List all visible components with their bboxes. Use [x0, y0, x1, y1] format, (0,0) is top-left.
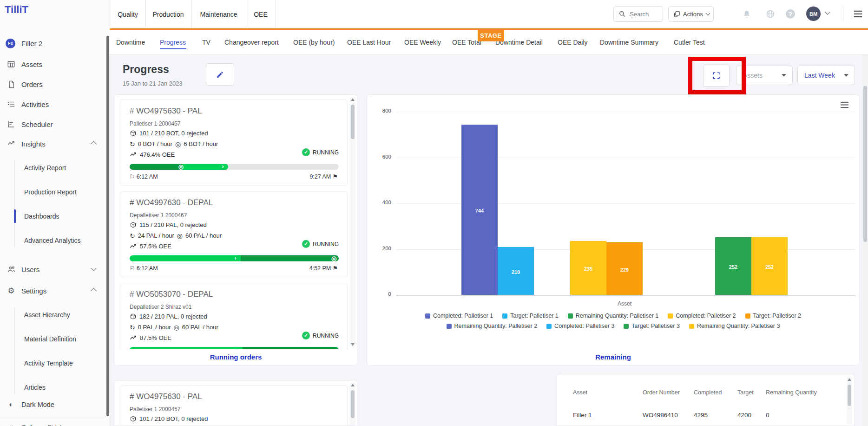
sidebar-item-users[interactable]: Users [0, 260, 107, 279]
tab-cutler-test[interactable]: Cutler Test [674, 39, 705, 46]
legend-swatch [546, 324, 552, 329]
bar-slot: 0 [643, 112, 679, 295]
sidebar-item-activity-template[interactable]: Activity Template [0, 354, 107, 373]
order-quantity: 101 / 210 BOT, 0 rejected [139, 415, 208, 422]
legend-item[interactable]: Target: Palletiser 1 [502, 313, 559, 319]
bar-value-label: 0 [643, 288, 679, 293]
scrollbar-thumb[interactable] [848, 385, 851, 406]
bar-slot: 229 [606, 112, 643, 295]
help-icon[interactable]: ? [786, 9, 795, 19]
sidebar-scrollbar[interactable] [106, 36, 109, 416]
chart-menu-icon[interactable] [840, 101, 849, 110]
status-label: RUNNING [313, 149, 339, 156]
edit-dashboard-button[interactable] [206, 63, 234, 86]
legend-item[interactable]: Completed: Palletiser 2 [668, 313, 736, 319]
legend-item[interactable]: Remaining Quantity: Palletiser 1 [568, 313, 659, 319]
order-card[interactable]: # WO4975630 - PAL Palletiser 1 2000457 1… [120, 100, 348, 186]
legend-item[interactable]: Completed: Palletiser 3 [546, 323, 614, 329]
sidebar-item-assets[interactable]: Assets [0, 55, 107, 73]
sidebar-item-orders[interactable]: Orders [0, 75, 107, 93]
scroll-up-arrow-icon[interactable] [351, 384, 355, 386]
chevron-down-icon [91, 265, 97, 271]
date-range-label: 15 Jan to 21 Jan 2023 [123, 80, 183, 87]
legend-item[interactable]: Remaining Quantity: Palletiser 3 [689, 323, 780, 329]
order-asset: Depalletiser 1 2000467 [130, 212, 187, 219]
tab-downtime-summary[interactable]: Downtime Summary [600, 39, 658, 46]
sidebar-item-advanced-analytics[interactable]: Advanced Analytics [0, 231, 107, 250]
page-scrollbar[interactable] [862, 55, 868, 426]
scheduler-icon [6, 119, 16, 129]
pencil-icon [216, 71, 224, 79]
bar-slot: 210 [498, 112, 534, 295]
orders-icon [6, 79, 16, 89]
language-globe-icon[interactable] [766, 9, 775, 20]
sidebar-item-activity-report[interactable]: Activity Report [0, 159, 107, 177]
table-scrollbar[interactable] [847, 376, 852, 425]
sidebar-item-insights[interactable]: Insights [0, 134, 107, 153]
tab-oee-total[interactable]: OEE Total [452, 39, 481, 46]
package-icon [130, 415, 137, 422]
tab-oee-weekly[interactable]: OEE Weekly [404, 39, 441, 46]
app-list-icon[interactable] [853, 10, 863, 20]
sidebar-item-scheduler[interactable]: Scheduler [0, 115, 107, 133]
sidebar-item-asset-hierarchy[interactable]: Asset Hierarchy [0, 306, 107, 324]
chevron-up-icon [91, 288, 97, 294]
scroll-up-arrow-icon[interactable] [351, 98, 355, 101]
legend-item[interactable]: Remaining Quantity: Palletiser 2 [447, 323, 538, 329]
legend-label: Remaining Quantity: Palletiser 2 [454, 323, 538, 329]
top-tab-maintenance[interactable]: Maintenance [191, 0, 246, 28]
top-tab-oee[interactable]: OEE [246, 0, 276, 28]
user-menu-chevron-icon[interactable] [825, 9, 830, 14]
top-tab-quality[interactable]: Quality [110, 0, 146, 28]
actions-button[interactable]: Actions [668, 6, 714, 22]
tab-progress[interactable]: Progress [160, 39, 186, 46]
sidebar-item-asset-switcher[interactable]: F2 Filler 2 [0, 34, 107, 53]
sidebar-item-material-definition[interactable]: Material Definition [0, 330, 107, 348]
bar-value-label: 0 [534, 288, 570, 293]
page-scrollbar-thumb[interactable] [863, 86, 867, 242]
sidebar-item-articles[interactable]: Articles [0, 378, 107, 397]
tab-oee-daily[interactable]: OEE Daily [558, 39, 588, 46]
notifications-bell-icon[interactable] [742, 9, 751, 20]
order-asset: Palletiser 1 2000457 [130, 120, 180, 127]
remaining-caption[interactable]: Remaining [367, 353, 859, 361]
scrollbar-thumb[interactable] [351, 390, 355, 418]
tab-downtime[interactable]: Downtime [116, 39, 145, 46]
search-box[interactable]: Search [613, 6, 663, 22]
tab-oee-last-hour[interactable]: OEE Last Hour [347, 39, 391, 46]
order-target-rate: 6 BOT / hour [184, 140, 218, 147]
scroll-down-arrow-icon[interactable] [351, 343, 355, 346]
sidebar-item-settings[interactable]: ⚙ Settings [0, 281, 107, 300]
x-axis-label: Asset [461, 300, 788, 307]
order-card[interactable]: # WO4975630 - PAL Palletiser 1 2000457 1… [120, 385, 348, 426]
tab-tv[interactable]: TV [202, 39, 210, 46]
sidebar-item-dark-mode[interactable]: ◐ Dark Mode [0, 395, 107, 414]
sidebar-item-activities[interactable]: Activities [0, 95, 107, 113]
package-icon [130, 221, 137, 228]
time-range-select[interactable]: Last Week [797, 66, 855, 85]
orders-2-scrollbar[interactable] [350, 382, 355, 426]
tab-changeover-report[interactable]: Changeover report [224, 39, 279, 46]
sidebar-item-production-report[interactable]: Production Report [0, 183, 107, 201]
bar-slot: 0 [534, 112, 570, 295]
tab-oee-by-hour[interactable]: OEE (by hour) [293, 39, 335, 46]
order-card[interactable]: # WO4997630 - DEPAL Depalletiser 1 20004… [120, 191, 348, 277]
user-avatar[interactable]: BM [806, 7, 821, 21]
legend-item[interactable]: Target: Palletiser 3 [624, 323, 680, 329]
scrollbar-thumb[interactable] [351, 105, 355, 139]
y-tick-label: 200 [370, 246, 391, 251]
sidebar-collapse-button[interactable]: « Collapse Sidebar [0, 418, 107, 426]
tillit-logo[interactable]: TilliT [5, 4, 28, 16]
top-tab-production[interactable]: Production [145, 0, 192, 28]
legend-item[interactable]: Completed: Palletiser 1 [425, 313, 493, 319]
y-tick-label: 600 [370, 154, 391, 160]
bar-slot: 252 [751, 112, 788, 295]
running-orders-caption[interactable]: Running orders [114, 353, 357, 361]
scroll-up-arrow-icon[interactable] [848, 378, 851, 381]
sidebar-item-dashboards[interactable]: Dashboards [0, 207, 107, 226]
legend-item[interactable]: Target: Palletiser 2 [745, 313, 802, 319]
cell-order-number: WO4986410 [643, 412, 678, 419]
order-card[interactable]: # WO5053070 - DEPAL Depalletiser 2 Shira… [120, 283, 348, 349]
orders-scrollbar[interactable] [350, 96, 355, 348]
running-orders-panel: # WO4975630 - PAL Palletiser 1 2000457 1… [114, 94, 358, 366]
